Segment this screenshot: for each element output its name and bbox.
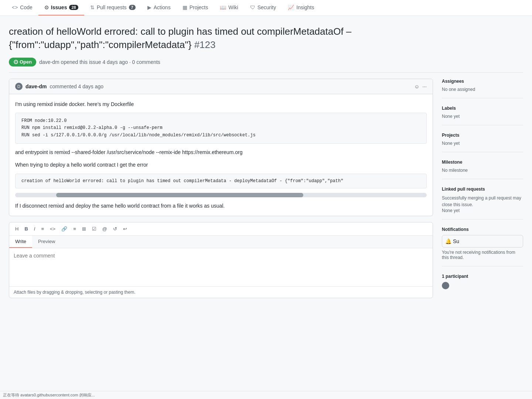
comments-area: D dave-dm commented 4 days ago ☺ ··· I'm… bbox=[9, 79, 433, 298]
wiki-icon: 📖 bbox=[220, 4, 226, 10]
tab-projects-label: Projects bbox=[190, 4, 208, 10]
nav-tabs: <> Code ⊙ Issues 28 ⇅ Pull requests 7 ▶ … bbox=[0, 0, 532, 16]
projects-icon: ▦ bbox=[183, 4, 187, 10]
error-code-text: creation of helloWorld errored: call to … bbox=[21, 178, 343, 184]
deploy-text: When trying to deploy a hello world cont… bbox=[15, 161, 427, 169]
milestone-section: Milestone No milestone bbox=[442, 160, 523, 179]
assignees-section: Assignees No one assigned bbox=[442, 79, 523, 98]
linked-pr-section: Linked pull requests Successfully mergin… bbox=[442, 187, 523, 219]
sidebar: Assignees No one assigned Labels None ye… bbox=[442, 79, 523, 304]
comment-box: D dave-dm commented 4 days ago ☺ ··· I'm… bbox=[9, 79, 433, 216]
tab-pr-label: Pull requests bbox=[97, 4, 127, 10]
security-icon: 🛡 bbox=[250, 4, 255, 10]
reply-icon[interactable]: ↩ bbox=[122, 225, 129, 232]
entrypoint-text: and entrypoint is remixd --shared-folder… bbox=[15, 148, 427, 156]
tab-insights[interactable]: 📈 Insights bbox=[282, 0, 320, 16]
tab-issues[interactable]: ⊙ Issues 28 bbox=[38, 0, 84, 16]
main-content: creation of helloWorld errored: call to … bbox=[0, 16, 532, 304]
error-code-block: creation of helloWorld errored: call to … bbox=[15, 174, 427, 188]
reply-toolbar: H B I ≡ <> 🔗 ≡ ⊞ ☑ @ ↺ ↩ bbox=[9, 222, 433, 236]
issue-main: creation of helloWorld errored: call to … bbox=[9, 25, 523, 304]
dockerfile-code-block: FROM node:10.22.0 RUN npm install remixd… bbox=[15, 113, 427, 144]
participant-avatar bbox=[442, 282, 449, 289]
italic-icon[interactable]: I bbox=[33, 225, 37, 232]
participants-heading: 1 participant bbox=[442, 274, 523, 279]
issue-title: creation of helloWorld errored: call to … bbox=[9, 25, 523, 52]
reply-toolbar-left: H B I ≡ <> 🔗 ≡ ⊞ ☑ @ ↺ ↩ bbox=[14, 225, 129, 232]
status-badge: ⊙ Open bbox=[9, 58, 36, 66]
labels-section: Labels None yet bbox=[442, 106, 523, 125]
comment-header-actions: ☺ ··· bbox=[414, 83, 427, 89]
insights-icon: 📈 bbox=[288, 4, 294, 10]
milestone-value: No milestone bbox=[442, 168, 523, 173]
reply-tabs: Write Preview bbox=[9, 236, 433, 248]
tab-projects[interactable]: ▦ Projects bbox=[177, 0, 214, 16]
tab-pull-requests[interactable]: ⇅ Pull requests 7 bbox=[84, 0, 141, 16]
redo-icon[interactable]: ↺ bbox=[112, 225, 119, 232]
notification-bell-icon: 🔔 bbox=[445, 238, 451, 244]
code-icon[interactable]: <> bbox=[48, 225, 57, 232]
issue-meta: ⊙ Open dave-dm opened this issue 4 days … bbox=[9, 58, 523, 66]
link-icon[interactable]: 🔗 bbox=[60, 225, 69, 232]
tab-security-label: Security bbox=[258, 4, 276, 10]
comment-header-left: D dave-dm commented 4 days ago bbox=[15, 83, 103, 90]
tab-insights-label: Insights bbox=[296, 4, 314, 10]
comment-intro: I'm using remixd inside docker. here's m… bbox=[15, 100, 427, 108]
pull-requests-icon: ⇅ bbox=[90, 4, 95, 10]
tab-issues-label: Issues bbox=[51, 4, 67, 10]
write-tab[interactable]: Write bbox=[9, 236, 32, 248]
assignees-heading: Assignees bbox=[442, 79, 523, 84]
notifications-section: Notifications 🔔 Su You're not receiving … bbox=[442, 227, 523, 266]
labels-heading: Labels bbox=[442, 106, 523, 111]
notification-box: 🔔 Su bbox=[442, 235, 523, 248]
tab-security[interactable]: 🛡 Security bbox=[244, 0, 282, 16]
notification-sub-label: Su bbox=[453, 238, 459, 244]
tab-actions[interactable]: ▶ Actions bbox=[141, 0, 177, 16]
actions-icon: ▶ bbox=[147, 4, 151, 10]
pr-badge: 7 bbox=[129, 5, 136, 10]
emoji-reaction-icon[interactable]: ☺ bbox=[414, 83, 419, 89]
tab-code[interactable]: <> Code bbox=[6, 0, 38, 16]
labels-value: None yet bbox=[442, 114, 523, 119]
projects-heading: Projects bbox=[442, 133, 523, 138]
status-label: Open bbox=[20, 59, 32, 65]
issue-meta-text: dave-dm opened this issue 4 days ago · 0… bbox=[39, 59, 160, 65]
linked-pr-heading: Linked pull requests bbox=[442, 187, 523, 192]
comment-body: I'm using remixd inside docker. here's m… bbox=[9, 94, 433, 216]
attach-hint: Attach files by dragging & dropping, sel… bbox=[9, 286, 433, 298]
notifications-heading: Notifications bbox=[442, 227, 523, 232]
projects-section: Projects None yet bbox=[442, 133, 523, 152]
title-divider bbox=[9, 72, 523, 73]
reply-box: H B I ≡ <> 🔗 ≡ ⊞ ☑ @ ↺ ↩ bbox=[9, 222, 433, 298]
heading-icon[interactable]: H bbox=[14, 225, 20, 232]
status-dot: ⊙ bbox=[13, 59, 18, 65]
projects-value: None yet bbox=[442, 141, 523, 146]
comment-author: dave-dm bbox=[25, 83, 47, 89]
more-options-icon[interactable]: ··· bbox=[422, 83, 427, 89]
code-icon: <> bbox=[12, 4, 18, 10]
tab-actions-label: Actions bbox=[154, 4, 171, 10]
comments-sidebar-layout: D dave-dm commented 4 days ago ☺ ··· I'm… bbox=[9, 79, 523, 304]
comment-header: D dave-dm commented 4 days ago ☺ ··· bbox=[9, 79, 433, 94]
linked-pr-value: None yet bbox=[442, 208, 523, 213]
task-list-icon[interactable]: ⊞ bbox=[81, 225, 88, 232]
linked-pr-text: Successfully merging a pull request may … bbox=[442, 195, 523, 208]
tab-wiki-label: Wiki bbox=[228, 4, 238, 10]
tab-wiki[interactable]: 📖 Wiki bbox=[214, 0, 244, 16]
issues-icon: ⊙ bbox=[44, 4, 49, 10]
disconnect-text: If I disconnect remixd and deploy the sa… bbox=[15, 202, 427, 210]
issue-title-section: creation of helloWorld errored: call to … bbox=[9, 25, 523, 52]
assignees-value: No one assigned bbox=[442, 87, 523, 92]
scrollbar-thumb bbox=[56, 193, 303, 197]
preview-tab[interactable]: Preview bbox=[32, 236, 61, 248]
milestone-heading: Milestone bbox=[442, 160, 523, 165]
tab-code-label: Code bbox=[20, 4, 32, 10]
mention-icon[interactable]: @ bbox=[101, 225, 109, 232]
bold-icon[interactable]: B bbox=[23, 225, 29, 232]
issues-badge: 28 bbox=[69, 5, 78, 10]
checkbox-icon[interactable]: ☑ bbox=[91, 225, 98, 232]
comment-textarea[interactable] bbox=[9, 248, 433, 285]
ordered-list-icon[interactable]: ≡ bbox=[72, 225, 78, 232]
list-icon[interactable]: ≡ bbox=[40, 225, 45, 232]
code-scrollbar[interactable] bbox=[15, 193, 427, 197]
